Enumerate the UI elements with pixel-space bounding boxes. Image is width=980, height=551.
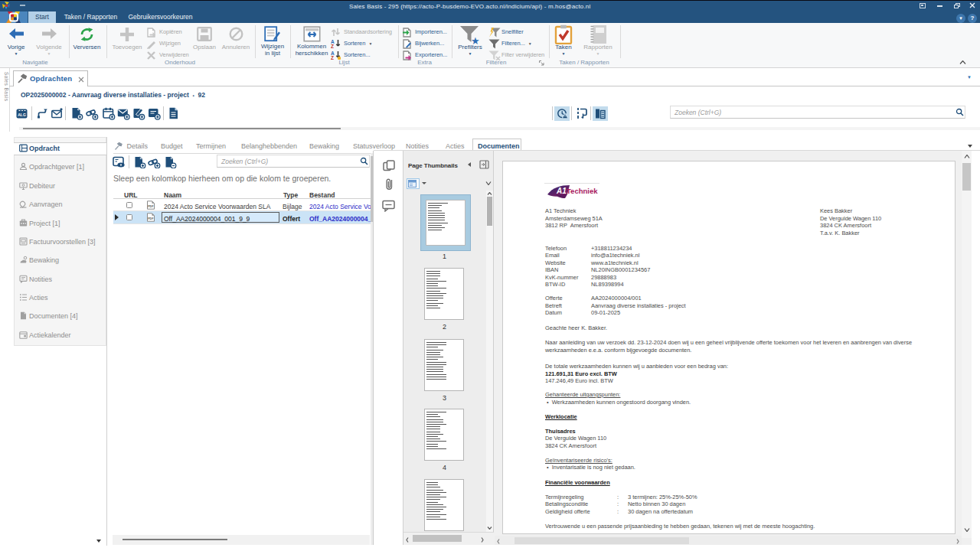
svg-text:PDF: PDF [148,205,154,208]
svg-text:Z: Z [331,44,334,48]
svg-text:PDF: PDF [148,217,154,220]
svg-text:ALG: ALG [18,112,26,117]
svg-text:Techniek: Techniek [567,187,598,195]
svg-text:A1: A1 [556,187,567,195]
